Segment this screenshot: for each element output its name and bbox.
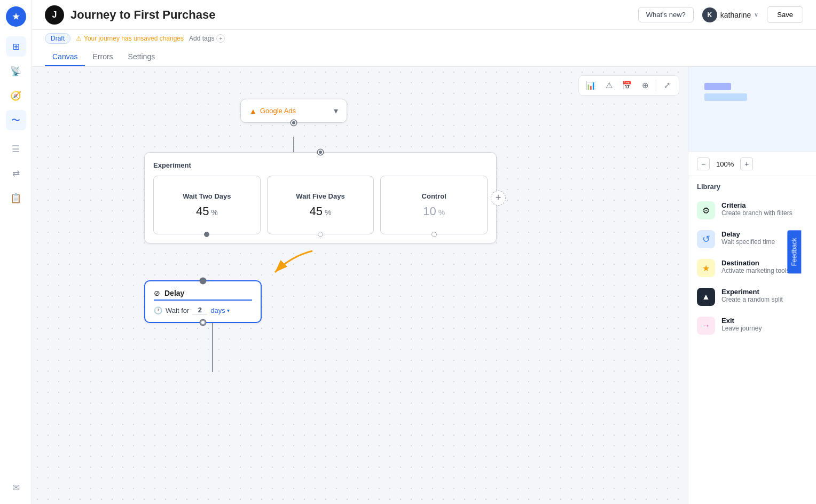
draft-badge: Draft bbox=[45, 33, 70, 44]
experiment-top-connector bbox=[318, 149, 323, 155]
integrations-icon: ⇄ bbox=[12, 168, 20, 179]
journey-title: Journey to First Purchase bbox=[70, 8, 215, 22]
sidebar-item-broadcasts[interactable]: 📡 bbox=[6, 61, 26, 81]
delay-days-chevron-icon: ▾ bbox=[227, 308, 230, 313]
experiment-label: Experiment bbox=[153, 161, 488, 169]
google-ads-label: ▲ Google Ads bbox=[249, 107, 296, 115]
sidebar: ★ ⊞ 📡 🧭 〜 ☰ ⇄ 📋 ✉ bbox=[0, 0, 32, 504]
layers-icon[interactable]: ⊕ bbox=[638, 78, 653, 93]
sidebar-item-messages[interactable]: ✉ bbox=[6, 477, 26, 498]
branch-2-bottom-connector bbox=[318, 232, 323, 237]
logo-icon: ★ bbox=[12, 11, 20, 22]
library-item-criteria[interactable]: ⚙ Criteria Create branch with filters bbox=[688, 196, 816, 225]
library-title: Library bbox=[688, 183, 816, 196]
canvas-wrapper: 📊 ⚠ 📅 ⊕ ⤢ ▲ Google Ads ▾ bbox=[32, 67, 816, 504]
app-logo[interactable]: ★ bbox=[6, 6, 26, 27]
arrow-svg bbox=[243, 240, 328, 283]
google-ads-node[interactable]: ▲ Google Ads ▾ bbox=[240, 99, 347, 123]
branch-1-name: Wait Two Days bbox=[183, 192, 231, 200]
delay-icon: ⊘ bbox=[154, 289, 160, 297]
nav-tabs: Canvas Errors Settings bbox=[45, 48, 803, 66]
delay-title: Delay bbox=[164, 289, 184, 297]
whats-new-button[interactable]: What's new? bbox=[638, 7, 694, 22]
destination-desc: Activate marketing tools bbox=[721, 267, 789, 274]
experiment-desc: Create a random split bbox=[721, 296, 783, 303]
broadcasts-icon: 📡 bbox=[10, 66, 21, 77]
topbar-right: What's new? K katharine ∨ Save bbox=[638, 6, 803, 23]
branch-control[interactable]: Control 10 % bbox=[380, 176, 488, 234]
bar-chart-icon[interactable]: 📊 bbox=[583, 78, 598, 93]
journeys-icon: 〜 bbox=[11, 114, 20, 127]
criteria-desc: Create branch with filters bbox=[721, 209, 793, 217]
user-avatar: K bbox=[702, 7, 717, 22]
delay-bottom-connector bbox=[200, 320, 206, 325]
experiment-node[interactable]: Experiment Wait Two Days 45 % Wait Five … bbox=[144, 152, 497, 243]
delay-clock-icon: 🕐 bbox=[154, 306, 162, 314]
add-tags-button[interactable]: Add tags + bbox=[189, 34, 225, 43]
delay-text: Delay Wait specified time bbox=[721, 230, 775, 246]
minimap bbox=[688, 67, 816, 152]
segments-icon: ☰ bbox=[12, 144, 20, 155]
delay-days-unit: days bbox=[210, 306, 225, 314]
user-info: K katharine ∨ bbox=[702, 7, 759, 22]
branch-wait-two-days[interactable]: Wait Two Days 45 % bbox=[153, 176, 261, 234]
tab-settings[interactable]: Settings bbox=[121, 48, 163, 66]
delay-days-select[interactable]: days ▾ bbox=[210, 306, 229, 314]
minimap-rect-2 bbox=[704, 93, 747, 101]
google-ads-icon: ▲ bbox=[249, 107, 257, 115]
dropdown-chevron-icon: ▾ bbox=[334, 106, 338, 116]
destination-icon: ★ bbox=[697, 259, 715, 277]
sidebar-item-journeys[interactable]: 〜 bbox=[6, 110, 26, 130]
minimap-rect-1 bbox=[704, 83, 731, 90]
google-ads-bottom-connector bbox=[291, 120, 296, 125]
warning-toolbar-icon[interactable]: ⚠ bbox=[601, 78, 616, 93]
sidebar-item-dashboard[interactable]: ⊞ bbox=[6, 36, 26, 57]
criteria-text: Criteria Create branch with filters bbox=[721, 201, 793, 217]
library-panel: Library ⚙ Criteria Create branch with fi… bbox=[688, 176, 816, 504]
delay-header: ⊘ Delay bbox=[154, 289, 252, 297]
delay-node[interactable]: ⊘ Delay 🕐 Wait for days ▾ bbox=[144, 280, 262, 323]
branch-3-pct: 10 % bbox=[423, 204, 445, 218]
warning-icon: ⚠ bbox=[76, 35, 82, 42]
canvas[interactable]: 📊 ⚠ 📅 ⊕ ⤢ ▲ Google Ads ▾ bbox=[32, 67, 688, 504]
delay-desc: Wait specified time bbox=[721, 238, 775, 246]
save-button[interactable]: Save bbox=[767, 6, 803, 23]
topbar-left: J Journey to First Purchase bbox=[45, 5, 215, 25]
delay-body: 🕐 Wait for days ▾ bbox=[154, 306, 252, 314]
canvas-toolbar: 📊 ⚠ 📅 ⊕ ⤢ bbox=[578, 75, 679, 96]
unsaved-notice: ⚠ Your journey has unsaved changes bbox=[76, 35, 184, 42]
library-item-exit[interactable]: → Exit Leave journey bbox=[688, 311, 816, 340]
right-panel: − 100% + Library ⚙ Criteria Create branc… bbox=[688, 67, 816, 504]
status-row: Draft ⚠ Your journey has unsaved changes… bbox=[45, 33, 803, 44]
explore-icon: 🧭 bbox=[10, 90, 21, 101]
sidebar-item-integrations[interactable]: ⇄ bbox=[6, 163, 26, 184]
branch-2-pct: 45 % bbox=[310, 204, 332, 218]
branch-wait-five-days[interactable]: Wait Five Days 45 % bbox=[267, 176, 374, 234]
add-branch-button[interactable]: + bbox=[491, 191, 506, 206]
topbar: J Journey to First Purchase What's new? … bbox=[32, 0, 816, 30]
dashboard-icon: ⊞ bbox=[12, 41, 20, 52]
zoom-value: 100% bbox=[716, 160, 734, 168]
delay-days-input[interactable] bbox=[192, 306, 207, 314]
delay-wait-label: Wait for bbox=[166, 306, 189, 314]
delay-underline bbox=[154, 300, 252, 301]
tab-errors[interactable]: Errors bbox=[85, 48, 120, 66]
expand-icon[interactable]: ⤢ bbox=[660, 78, 674, 93]
delay-top-connector bbox=[200, 278, 206, 284]
experiment-branches: Wait Two Days 45 % Wait Five Days 45 % bbox=[153, 176, 488, 234]
zoom-out-button[interactable]: − bbox=[697, 158, 710, 170]
library-item-experiment[interactable]: ▲ Experiment Create a random split bbox=[688, 282, 816, 311]
connection-lines bbox=[32, 67, 688, 504]
username-label: katharine bbox=[720, 11, 751, 19]
destination-name: Destination bbox=[721, 259, 789, 267]
sidebar-item-explore[interactable]: 🧭 bbox=[6, 85, 26, 106]
zoom-in-button[interactable]: + bbox=[740, 158, 753, 170]
tab-canvas[interactable]: Canvas bbox=[45, 48, 85, 66]
sidebar-item-segments[interactable]: ☰ bbox=[6, 139, 26, 159]
calendar-icon[interactable]: 📅 bbox=[619, 78, 634, 93]
exit-name: Exit bbox=[721, 317, 762, 325]
sidebar-item-reports[interactable]: 📋 bbox=[6, 188, 26, 208]
experiment-name: Experiment bbox=[721, 288, 783, 296]
branch-3-name: Control bbox=[422, 192, 446, 200]
feedback-tab[interactable]: Feedback bbox=[788, 231, 802, 274]
